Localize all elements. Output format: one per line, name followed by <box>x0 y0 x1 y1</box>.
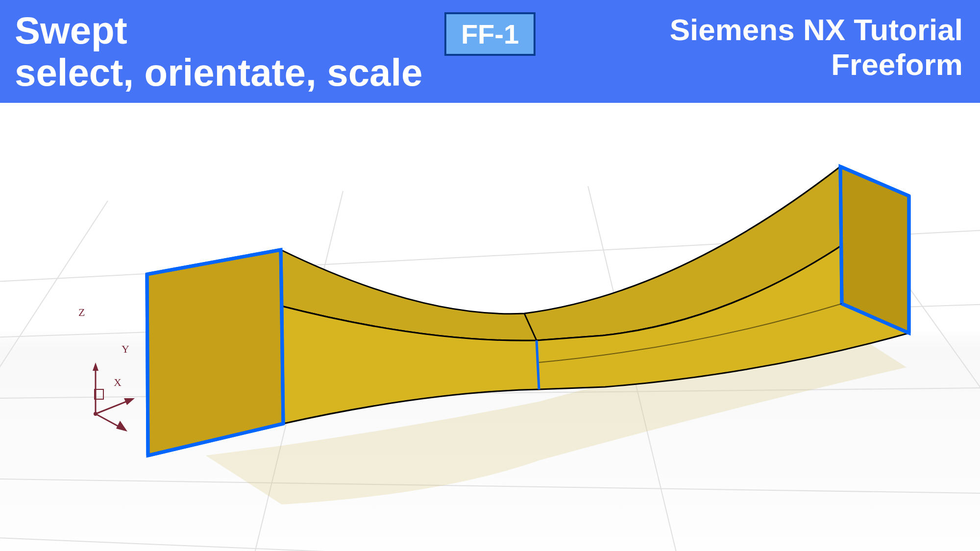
lesson-badge: FF-1 <box>444 12 536 56</box>
tutorial-line2: Freeform <box>670 47 963 82</box>
title-line1: Swept <box>15 10 422 52</box>
svg-point-26 <box>94 412 98 416</box>
title-line2: select, orientate, scale <box>15 52 422 94</box>
axis-y-label: Y <box>122 343 129 356</box>
floor-grid <box>0 103 980 551</box>
svg-marker-22 <box>124 398 135 405</box>
svg-line-21 <box>96 400 130 414</box>
tutorial-title: Siemens NX Tutorial Freeform <box>670 12 963 82</box>
svg-line-3 <box>0 478 980 495</box>
main-title: Swept select, orientate, scale <box>15 10 422 94</box>
svg-marker-20 <box>93 362 98 371</box>
svg-line-15 <box>840 167 842 304</box>
svg-line-12 <box>281 250 283 424</box>
header-banner: Swept select, orientate, scale FF-1 Siem… <box>0 0 980 103</box>
svg-line-4 <box>0 534 980 551</box>
svg-line-5 <box>0 201 108 551</box>
axis-x-label: X <box>114 376 122 389</box>
viewport-3d[interactable]: Z Y X <box>0 103 980 551</box>
svg-marker-24 <box>116 421 127 431</box>
section-left <box>147 250 283 455</box>
axis-z-label: Z <box>78 306 85 319</box>
tutorial-line1: Siemens NX Tutorial <box>670 12 963 47</box>
svg-line-11 <box>147 274 148 455</box>
